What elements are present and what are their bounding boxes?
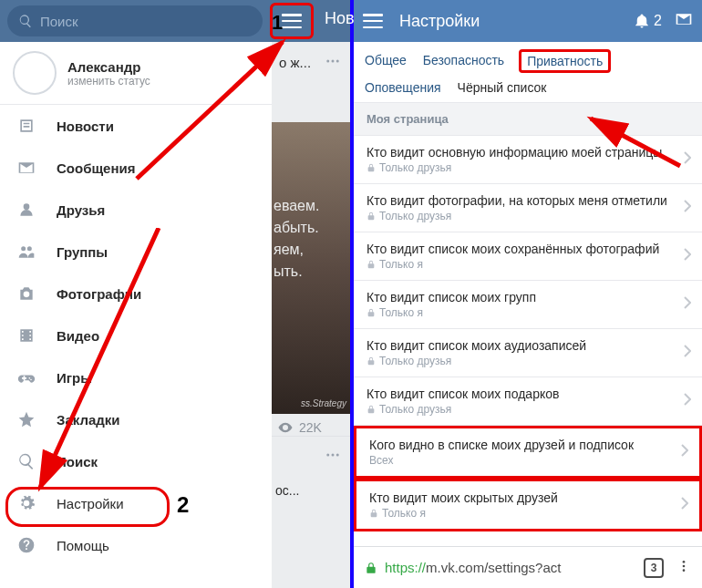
svg-point-7	[326, 453, 329, 456]
tab-count[interactable]: 3	[644, 558, 664, 578]
privacy-value: Только я	[366, 258, 689, 271]
notifications-button[interactable]: 2	[634, 13, 662, 29]
page-title: Настройки	[399, 12, 634, 31]
url-text: https://m.vk.com/settings?act	[385, 560, 644, 575]
privacy-title: Кто видит список моих сохранённых фотогр…	[366, 242, 689, 256]
tabs: Общее Безопасность Приватность Оповещени…	[354, 42, 702, 103]
privacy-value: Только друзья	[366, 403, 689, 416]
chevron-right-icon	[684, 296, 691, 313]
chevron-right-icon	[684, 248, 691, 264]
settings-header: Настройки 2	[354, 0, 702, 42]
tab-security[interactable]: Безопасность	[421, 49, 506, 73]
browser-menu[interactable]	[676, 559, 691, 576]
sidebar-item-label: Сообщения	[57, 160, 135, 176]
sidebar-item-label: Новости	[57, 119, 114, 134]
help-icon	[16, 535, 36, 555]
tab-general[interactable]: Общее	[363, 49, 408, 73]
privacy-row[interactable]: Кто видит список моих подарковТолько дру…	[354, 377, 702, 426]
chevron-right-icon	[681, 444, 688, 460]
svg-line-0	[137, 42, 283, 179]
privacy-value: Только я	[366, 306, 689, 319]
hamburger-icon[interactable]	[282, 14, 302, 28]
more-icon[interactable]	[325, 53, 341, 69]
chevron-right-icon	[684, 345, 691, 361]
sidebar-item-label: Друзья	[57, 202, 105, 218]
strip-bottom: ос...	[272, 476, 350, 505]
tab-blacklist[interactable]: Чёрный список	[456, 77, 549, 98]
privacy-row[interactable]: Кто видит список моих сохранённых фотогр…	[354, 232, 702, 281]
privacy-title: Кто видит список моих групп	[366, 290, 689, 304]
avatar	[13, 51, 57, 95]
annotation-1: 1	[272, 11, 283, 35]
privacy-row[interactable]: Кто видит список моих аудиозаписейТолько…	[354, 329, 702, 377]
privacy-row[interactable]: Кто видит список моих группТолько я	[354, 281, 702, 329]
search-icon	[18, 14, 33, 28]
svg-point-8	[332, 453, 335, 456]
svg-line-3	[40, 228, 159, 488]
arrow-annotation-3	[580, 111, 689, 175]
privacy-title: Кто видит список моих аудиозаписей	[366, 338, 689, 353]
tab-privacy[interactable]: Приватность	[519, 49, 611, 73]
privacy-value: Всех	[369, 454, 687, 467]
privacy-row[interactable]: Кто видит моих скрытых друзейТолько я	[354, 479, 702, 531]
mail-icon	[675, 10, 693, 28]
more-icon[interactable]	[325, 447, 341, 467]
tab-notifications[interactable]: Оповещения	[363, 77, 443, 98]
privacy-title: Кого видно в списке моих друзей и подпис…	[369, 438, 687, 452]
arrow-annotation-2	[22, 228, 168, 501]
svg-point-11	[683, 561, 686, 563]
privacy-value: Только я	[369, 507, 687, 520]
svg-point-13	[683, 569, 686, 572]
chevron-right-icon	[681, 497, 688, 513]
mail-icon	[16, 158, 36, 178]
lock-icon	[365, 562, 377, 574]
bell-icon	[634, 13, 650, 29]
privacy-title: Кто видит моих скрытых друзей	[369, 490, 687, 505]
arrow-annotation-1	[128, 33, 310, 188]
view-count: 22K	[272, 414, 350, 436]
news-icon	[16, 116, 36, 136]
chevron-right-icon	[684, 200, 691, 216]
svg-point-6	[336, 60, 339, 63]
mail-button[interactable]	[675, 10, 693, 32]
chevron-right-icon	[684, 393, 691, 409]
svg-point-4	[326, 60, 329, 63]
vertical-dots-icon	[676, 559, 691, 573]
svg-point-5	[332, 60, 335, 63]
right-panel: Настройки 2 Общее Безопасность Приватнос…	[354, 0, 702, 588]
sidebar-item-label: Помощь	[57, 538, 109, 553]
svg-point-9	[336, 453, 339, 456]
left-panel: Поиск 1 Нов Александр изменить статус Но…	[0, 0, 354, 588]
url-bar[interactable]: https://m.vk.com/settings?act 3	[354, 546, 702, 588]
privacy-value: Только друзья	[366, 210, 689, 222]
privacy-row[interactable]: Кого видно в списке моих друзей и подпис…	[354, 426, 702, 479]
top-text-partial: Нов	[325, 9, 355, 28]
notif-count: 2	[654, 13, 662, 29]
privacy-title: Кто видит фотографии, на которых меня от…	[366, 193, 689, 208]
svg-point-12	[683, 565, 686, 568]
annotation-2: 2	[177, 492, 189, 518]
friends-icon	[16, 200, 36, 220]
privacy-value: Только друзья	[366, 355, 689, 367]
privacy-row[interactable]: Кто видит фотографии, на которых меня от…	[354, 184, 702, 232]
eye-icon	[277, 419, 294, 436]
search-placeholder: Поиск	[40, 14, 78, 29]
svg-line-10	[591, 119, 680, 166]
search-input[interactable]: Поиск	[7, 5, 263, 36]
privacy-title: Кто видит список моих подарков	[366, 387, 689, 401]
hamburger-icon[interactable]	[363, 14, 383, 28]
